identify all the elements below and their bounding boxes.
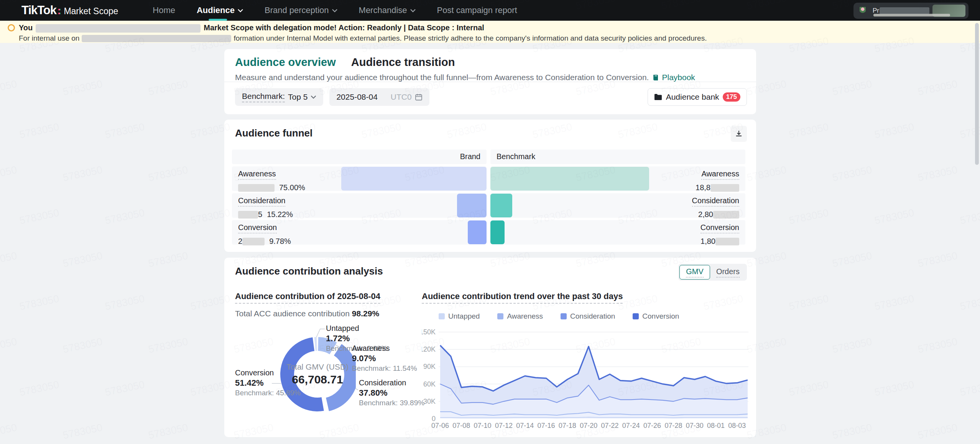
watermark-text: 5783050: [873, 378, 915, 398]
toggle-orders[interactable]: Orders: [710, 265, 746, 280]
legend-swatch: [497, 313, 503, 319]
user-account-menu[interactable]: Pr: [853, 3, 968, 19]
legend-swatch: [561, 313, 567, 319]
audience-contribution-panel: Audience contribution analysis GMV Order…: [224, 258, 756, 437]
nav-item-audience[interactable]: Audience: [197, 0, 243, 21]
watermark-text: 5783050: [917, 164, 959, 184]
tab-audience-overview[interactable]: Audience overview: [235, 56, 336, 69]
nav-item-brand-perception[interactable]: Brand perception: [265, 0, 337, 21]
watermark-text: 5783050: [873, 207, 915, 227]
watermark-text: 5783050: [147, 78, 189, 98]
funnel-stage-label[interactable]: Conversion: [700, 223, 739, 234]
funnel-row-consideration: Consideration515.22%Consideration2,80: [232, 193, 745, 218]
tab-audience-transition[interactable]: Audience transition: [351, 56, 455, 69]
audience-bank-button[interactable]: Audience bank 175: [648, 88, 747, 106]
banner-line-1: YouMarket Scope with delegation mode! Ac…: [8, 23, 968, 33]
watermark-text: 5783050: [788, 378, 830, 398]
watermark-text: 5783050: [959, 293, 980, 312]
svg-text:07-22: 07-22: [601, 422, 618, 429]
watermark-text: 5783050: [788, 207, 830, 227]
watermark-text: 5783050: [873, 121, 915, 141]
legend-item-conversion[interactable]: Conversion: [633, 312, 679, 321]
user-subtitle-redacted: [873, 14, 950, 16]
watermark-text: 5783050: [917, 78, 959, 98]
svg-text:07-10: 07-10: [474, 422, 492, 429]
logo-text: TikTok: [21, 3, 56, 17]
active-tab-indicator: [209, 19, 227, 21]
svg-text:07-06: 07-06: [431, 422, 449, 429]
redacted-value: [713, 211, 739, 219]
audience-funnel-panel: Audience funnel Brand Benchmark Awarenes…: [224, 120, 756, 252]
watermark-text: 5783050: [831, 78, 873, 98]
trend-legend: UntappedAwarenessConsiderationConversion: [422, 312, 751, 321]
benchmark-value: 2,80: [692, 210, 739, 219]
brand-value: 29.78%: [238, 237, 291, 246]
svg-text:07-14: 07-14: [516, 422, 534, 429]
contribution-title: Audience contribution analysis: [235, 265, 383, 277]
nav-menu: Home Audience Brand perception Merchandi…: [153, 0, 517, 21]
legend-swatch: [439, 313, 445, 319]
watermark-text: 5783050: [18, 207, 60, 227]
svg-text:07-20: 07-20: [580, 422, 597, 429]
funnel-stage-label[interactable]: Awareness: [238, 169, 276, 180]
banner-line-2: For internal use onformation under Inter…: [19, 34, 968, 43]
redacted-value: [710, 184, 739, 192]
funnel-row-awareness: Awareness75.00%Awareness18,8: [232, 166, 745, 191]
donut-chart: Total GMV (USD) 66,708.71 Untapped1.72%B…: [235, 321, 434, 440]
contribution-trend-section: Audience contribution trend over the pas…: [422, 291, 751, 432]
benchmark-bar: [490, 167, 649, 191]
watermark-text: 5783050: [0, 250, 18, 270]
svg-text:07-18: 07-18: [559, 422, 576, 429]
donut-chart-title: Audience contribution of 2025-08-04: [235, 291, 380, 304]
legend-item-consideration[interactable]: Consideration: [561, 312, 615, 321]
vertical-scrollbar[interactable]: [975, 23, 979, 165]
date-picker[interactable]: 2025-08-04 UTC0: [329, 88, 429, 106]
funnel-chart: Brand Benchmark Awareness75.00%Awareness…: [232, 150, 745, 245]
legend-item-awareness[interactable]: Awareness: [497, 312, 543, 321]
svg-text:08-03: 08-03: [728, 422, 746, 429]
watermark-text: 5783050: [62, 421, 104, 441]
svg-text:90K: 90K: [423, 363, 436, 370]
benchmark-value: 1,80: [700, 237, 739, 246]
filter-bar: Benchmark: Top 5 2025-08-04 UTC0: [235, 88, 429, 106]
svg-text:120K: 120K: [422, 345, 436, 353]
svg-text:07-08: 07-08: [452, 422, 470, 429]
column-benchmark: Benchmark: [497, 152, 535, 161]
nav-item-merchandise[interactable]: Merchandise: [359, 0, 416, 21]
watermark-text: 5783050: [147, 250, 189, 270]
watermark-text: 5783050: [147, 421, 189, 441]
brand-value: 515.22%: [238, 210, 293, 219]
funnel-stage-label[interactable]: Consideration: [238, 196, 285, 207]
watermark-text: 5783050: [0, 421, 18, 441]
svg-text:07-16: 07-16: [538, 422, 555, 429]
svg-text:07-28: 07-28: [664, 422, 682, 429]
download-button[interactable]: [731, 126, 747, 142]
watermark-text: 5783050: [18, 121, 60, 141]
funnel-header-row: Brand Benchmark: [232, 150, 745, 164]
watermark-text: 5783050: [917, 335, 959, 355]
banner-redaction: [36, 24, 201, 33]
benchmark-select[interactable]: Benchmark: Top 5: [235, 88, 323, 106]
funnel-stage-label[interactable]: Consideration: [692, 196, 739, 207]
svg-text:60K: 60K: [423, 380, 436, 388]
brand-bar: [341, 167, 487, 191]
redacted-value: [715, 238, 739, 245]
app-screen: TikTok : Market Scope Home Audience Bran…: [0, 0, 980, 444]
audience-header-panel: Audience overview Audience transition Me…: [224, 49, 756, 114]
tiktok-logo: TikTok : Market Scope: [21, 3, 118, 17]
nav-item-home[interactable]: Home: [153, 0, 175, 21]
trend-area-chart: 030K60K90K120K150K07-0607-0807-1007-1207…: [422, 323, 750, 432]
nav-item-post-campaign-report[interactable]: Post campaign report: [437, 0, 517, 21]
watermark-text: 5783050: [104, 378, 146, 398]
redacted-value: [238, 211, 258, 219]
top-nav: TikTok : Market Scope Home Audience Bran…: [0, 0, 980, 21]
toggle-gmv[interactable]: GMV: [679, 265, 710, 280]
page-tabs: Audience overview Audience transition: [235, 56, 455, 69]
legend-item-untapped[interactable]: Untapped: [439, 312, 480, 321]
chevron-down-icon: [311, 95, 316, 99]
playbook-link[interactable]: Playbook: [653, 73, 695, 82]
funnel-stage-label[interactable]: Awareness: [701, 169, 739, 180]
funnel-stage-label[interactable]: Conversion: [238, 223, 277, 234]
watermark-text: 5783050: [831, 250, 873, 270]
benchmark-bar: [490, 194, 512, 217]
